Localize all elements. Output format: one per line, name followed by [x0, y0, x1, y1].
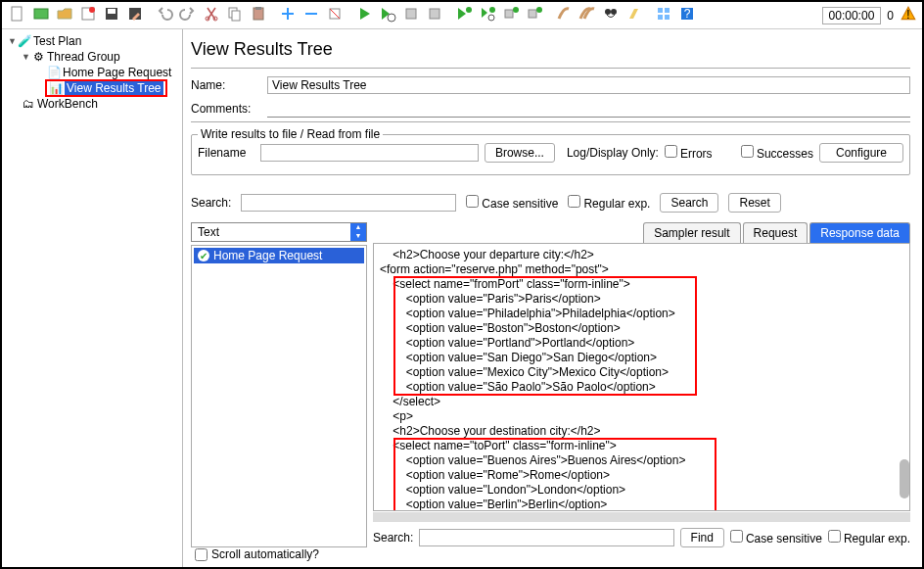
svg-rect-29	[665, 15, 670, 20]
svg-rect-27	[665, 8, 670, 13]
remote-stop-icon[interactable]	[500, 3, 522, 27]
threadgroup-icon: ⚙	[31, 50, 45, 64]
clear-icon[interactable]	[553, 3, 575, 27]
reset-search-icon[interactable]	[624, 3, 645, 27]
scrollbar-vertical[interactable]	[900, 459, 909, 498]
svg-rect-20	[505, 10, 513, 18]
shutdown-icon[interactable]	[424, 3, 445, 27]
svg-point-24	[605, 9, 611, 15]
tree-root[interactable]: Test Plan	[33, 34, 81, 48]
tree-workbench[interactable]: WorkBench	[37, 97, 98, 111]
resp-regex-check[interactable]: Regular exp.	[828, 530, 910, 545]
search-button[interactable]: Search	[660, 193, 718, 213]
expand-icon[interactable]	[277, 3, 299, 27]
svg-rect-10	[232, 11, 240, 21]
main-toolbar: ? 00:00:00 0 !	[2, 2, 922, 29]
case-sensitive-check[interactable]: Case sensitive	[466, 195, 558, 211]
listener-icon: 📊	[49, 81, 63, 95]
svg-rect-0	[12, 7, 22, 21]
successes-check[interactable]: Successes	[741, 145, 813, 161]
run-icon[interactable]	[353, 3, 375, 27]
svg-point-17	[466, 7, 472, 13]
comments-label: Comments:	[191, 102, 261, 116]
scrollbar-horizontal[interactable]	[373, 512, 910, 522]
svg-point-19	[488, 15, 494, 21]
svg-point-18	[489, 7, 495, 13]
save-icon[interactable]	[101, 3, 122, 27]
search-label: Search:	[191, 196, 231, 210]
svg-rect-15	[406, 9, 416, 19]
collapse-icon[interactable]	[300, 3, 322, 27]
regex-check[interactable]: Regular exp.	[568, 195, 650, 211]
tab-response-data[interactable]: Response data	[809, 222, 910, 243]
panel-title: View Results Tree	[191, 39, 910, 69]
reset-button[interactable]: Reset	[728, 193, 780, 213]
samples-list[interactable]: ✔ Home Page Request	[191, 245, 367, 547]
svg-rect-26	[658, 8, 663, 13]
remote-start-notimer-icon[interactable]	[477, 3, 498, 27]
response-search-label: Search:	[373, 531, 413, 545]
tree-threadgroup[interactable]: Thread Group	[47, 50, 120, 64]
function-helper-icon[interactable]	[653, 3, 674, 27]
undo-icon[interactable]	[154, 3, 175, 27]
copy-icon[interactable]	[224, 3, 246, 27]
svg-point-3	[89, 7, 95, 13]
tree-view-results[interactable]: View Results Tree	[65, 81, 163, 95]
save-as-icon[interactable]	[124, 3, 146, 27]
scroll-auto-label: Scroll automatically?	[211, 547, 319, 561]
tree-search-field[interactable]	[241, 194, 456, 212]
tab-sampler-result[interactable]: Sampler result	[643, 222, 740, 243]
svg-rect-28	[658, 15, 663, 20]
svg-point-25	[611, 9, 617, 15]
highlight-from-port	[393, 276, 697, 396]
svg-rect-1	[34, 9, 48, 19]
highlight-to-port	[393, 438, 716, 511]
cut-icon[interactable]	[201, 3, 222, 27]
find-button[interactable]: Find	[680, 528, 724, 547]
test-plan-tree[interactable]: ▼🧪Test Plan ▼⚙Thread Group 📄Home Page Re…	[2, 29, 183, 567]
close-icon[interactable]	[77, 3, 99, 27]
sample-result-item[interactable]: ✔ Home Page Request	[194, 248, 364, 263]
success-icon: ✔	[198, 250, 209, 261]
tab-request[interactable]: Request	[743, 222, 808, 243]
search-tree-icon[interactable]	[600, 3, 622, 27]
tree-request[interactable]: Home Page Request	[63, 66, 171, 79]
name-label: Name:	[191, 78, 261, 92]
svg-point-14	[388, 14, 395, 22]
filename-field[interactable]	[260, 144, 479, 162]
name-field[interactable]	[267, 76, 910, 94]
filename-label: Filename	[198, 146, 254, 160]
stop-icon[interactable]	[400, 3, 422, 27]
svg-rect-22	[529, 10, 536, 18]
comments-field[interactable]	[267, 100, 910, 118]
file-fieldset: Write results to file / Read from file F…	[191, 134, 910, 175]
run-notimer-icon[interactable]	[377, 3, 398, 27]
open-icon[interactable]	[54, 3, 75, 27]
testplan-icon: 🧪	[18, 34, 31, 48]
configure-button[interactable]: Configure	[819, 143, 903, 163]
scroll-auto-check[interactable]	[195, 548, 208, 561]
svg-point-21	[513, 7, 519, 13]
svg-rect-12	[255, 7, 261, 10]
remote-start-icon[interactable]	[453, 3, 475, 27]
templates-icon[interactable]	[30, 3, 52, 27]
response-body[interactable]: <h2>Choose your departure city:</h2> <fo…	[373, 243, 910, 511]
remote-shutdown-icon[interactable]	[524, 3, 545, 27]
browse-button[interactable]: Browse...	[485, 143, 555, 163]
render-dropdown[interactable]: Text ▲▼	[191, 222, 367, 242]
toggle-icon[interactable]	[324, 3, 346, 27]
resp-case-check[interactable]: Case sensitive	[730, 530, 822, 545]
svg-rect-16	[430, 9, 439, 19]
new-file-icon[interactable]	[7, 3, 28, 27]
svg-text:!: !	[906, 7, 910, 22]
paste-icon[interactable]	[248, 3, 269, 27]
svg-point-23	[536, 7, 542, 13]
sampler-icon: 📄	[47, 66, 61, 79]
clear-all-icon[interactable]	[577, 3, 598, 27]
errors-check[interactable]: Errors	[665, 145, 735, 161]
redo-icon[interactable]	[177, 3, 199, 27]
help-icon[interactable]: ?	[676, 3, 698, 27]
response-search-field[interactable]	[419, 529, 673, 546]
svg-rect-5	[108, 9, 116, 14]
warning-icon: !	[900, 5, 917, 25]
